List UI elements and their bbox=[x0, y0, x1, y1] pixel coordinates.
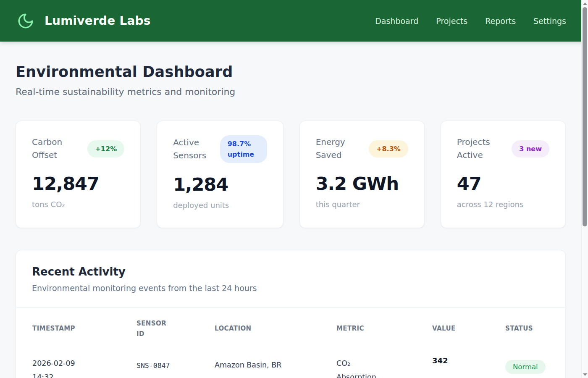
stat-card-carbon-offset: Carbon Offset +12% 12,847 tons CO₂ bbox=[16, 121, 141, 228]
cell-sensor-id: SNS-0847 bbox=[136, 350, 215, 378]
stat-badge: 98.7% uptime bbox=[220, 135, 267, 163]
nav-dashboard[interactable]: Dashboard bbox=[375, 16, 418, 26]
stat-value: 47 bbox=[457, 173, 549, 194]
nav-reports[interactable]: Reports bbox=[485, 16, 516, 26]
vertical-scrollbar[interactable] bbox=[581, 0, 588, 378]
cell-status: Normal bbox=[505, 350, 565, 378]
recent-activity-title: Recent Activity bbox=[32, 265, 549, 278]
stat-label: Active Sensors bbox=[173, 136, 220, 162]
activity-table: TIMESTAMP SENSOR ID LOCATION METRIC VALU… bbox=[16, 307, 565, 378]
stat-label: Carbon Offset bbox=[32, 136, 84, 162]
col-header-location: LOCATION bbox=[215, 308, 336, 350]
cell-timestamp: 2026-02-09 14:32 bbox=[16, 350, 136, 378]
stat-value: 1,284 bbox=[173, 174, 267, 195]
col-header-sensor-id: SENSOR ID bbox=[136, 308, 215, 350]
cell-value: 342 bbox=[432, 350, 505, 378]
table-header-row: TIMESTAMP SENSOR ID LOCATION METRIC VALU… bbox=[16, 308, 565, 350]
col-header-metric: METRIC bbox=[336, 308, 432, 350]
recent-activity-subtitle: Environmental monitoring events from the… bbox=[32, 284, 549, 293]
main-nav: Dashboard Projects Reports Settings bbox=[375, 16, 566, 26]
scrollbar-up-arrow-icon[interactable] bbox=[583, 3, 587, 5]
brand-name: Lumiverde Labs bbox=[45, 14, 151, 28]
stat-card-energy-saved: Energy Saved +8.3% 3.2 GWh this quarter bbox=[299, 121, 425, 228]
stat-value: 3.2 GWh bbox=[316, 173, 408, 194]
scrollbar-down-arrow-icon[interactable] bbox=[583, 373, 587, 376]
stat-sub: deployed units bbox=[173, 201, 267, 210]
stat-badge: 3 new bbox=[512, 140, 549, 158]
stats-grid: Carbon Offset +12% 12,847 tons CO₂ Activ… bbox=[16, 121, 566, 228]
stat-card-header: Projects Active 3 new bbox=[457, 135, 549, 162]
stat-value: 12,847 bbox=[32, 173, 124, 194]
stat-card-projects-active: Projects Active 3 new 47 across 12 regio… bbox=[441, 121, 566, 228]
page-subtitle: Real-time sustainability metrics and mon… bbox=[16, 87, 566, 97]
nav-projects[interactable]: Projects bbox=[436, 16, 467, 26]
brand: Lumiverde Labs bbox=[17, 12, 151, 30]
recent-activity-header: Recent Activity Environmental monitoring… bbox=[16, 250, 565, 293]
col-header-timestamp: TIMESTAMP bbox=[16, 308, 136, 350]
stat-sub: across 12 regions bbox=[457, 200, 549, 209]
stat-card-header: Energy Saved +8.3% bbox=[316, 135, 408, 162]
page-title: Environmental Dashboard bbox=[16, 63, 566, 80]
stat-card-active-sensors: Active Sensors 98.7% uptime 1,284 deploy… bbox=[157, 121, 284, 228]
cell-location: Amazon Basin, BR bbox=[215, 350, 336, 378]
col-header-value: VALUE bbox=[432, 308, 505, 350]
table-row: 2026-02-09 14:32 SNS-0847 Amazon Basin, … bbox=[16, 350, 565, 378]
cell-metric: CO₂ Absorption bbox=[336, 350, 432, 378]
stat-sub: this quarter bbox=[316, 200, 408, 209]
stat-sub: tons CO₂ bbox=[32, 200, 124, 209]
stat-label: Projects Active bbox=[457, 136, 509, 162]
moon-icon bbox=[17, 12, 34, 30]
top-navigation-bar: Lumiverde Labs Dashboard Projects Report… bbox=[0, 0, 588, 42]
stat-label: Energy Saved bbox=[316, 136, 368, 162]
main-content: Environmental Dashboard Real-time sustai… bbox=[0, 63, 588, 378]
stat-card-header: Carbon Offset +12% bbox=[32, 135, 124, 162]
stat-badge: +12% bbox=[87, 140, 124, 158]
stat-card-header: Active Sensors 98.7% uptime bbox=[173, 135, 267, 163]
col-header-status: STATUS bbox=[505, 308, 565, 350]
stat-badge: +8.3% bbox=[369, 140, 408, 158]
recent-activity-card: Recent Activity Environmental monitoring… bbox=[16, 250, 566, 378]
status-badge: Normal bbox=[505, 360, 546, 374]
nav-settings[interactable]: Settings bbox=[533, 16, 566, 26]
scrollbar-thumb[interactable] bbox=[583, 7, 587, 226]
